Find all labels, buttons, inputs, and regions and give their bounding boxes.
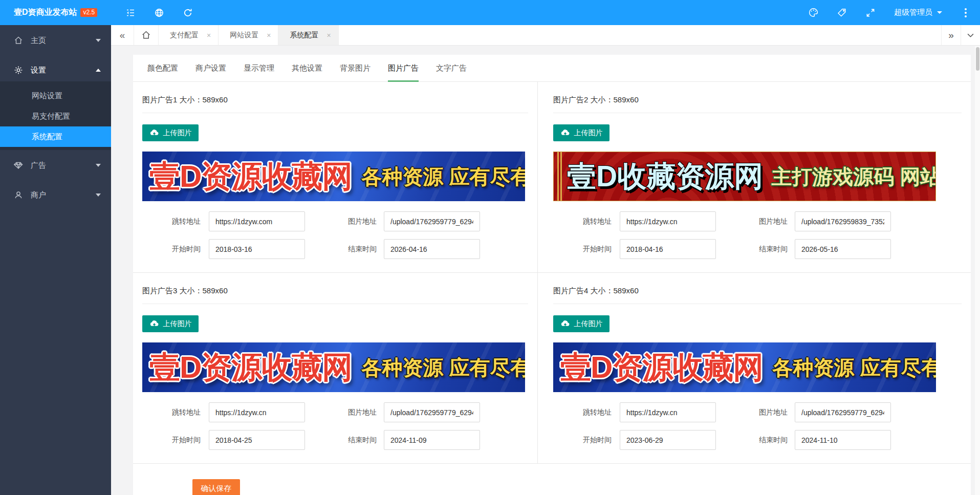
cloud-upload-icon: [149, 128, 159, 138]
jump-url-label: 跳转地址: [553, 217, 612, 226]
sidebar-item-label: 广告: [31, 161, 46, 170]
ad2-upload-button[interactable]: 上传图片: [553, 124, 609, 141]
ad1-banner-image: 壹D资源收藏网 各种资源 应有尽有: [142, 152, 525, 201]
tabs-menu-icon[interactable]: [961, 25, 980, 45]
tab-label: 系统配置: [290, 31, 318, 40]
ad2-start-time-input[interactable]: [620, 239, 716, 259]
ad1-upload-button[interactable]: 上传图片: [142, 124, 199, 141]
ad3-jump-url-input[interactable]: [209, 402, 305, 422]
subitem-label: 易支付配置: [32, 112, 70, 121]
tab-image-ads[interactable]: 图片广告: [379, 55, 427, 81]
ad3-end-time-input[interactable]: [384, 430, 480, 450]
sidebar-item-home[interactable]: 主页: [0, 29, 111, 52]
ad3-start-time-input[interactable]: [209, 430, 305, 450]
user-icon: [13, 190, 24, 200]
app-logo: 壹D资商业发布站 v2.5: [0, 0, 111, 25]
tab-merchant-settings[interactable]: 商户设置: [187, 55, 235, 81]
fullscreen-icon[interactable]: [856, 0, 885, 25]
sidebar-item-merchants[interactable]: 商户: [0, 184, 111, 206]
upload-label: 上传图片: [163, 319, 192, 329]
tab-site-settings[interactable]: 网站设置 ×: [219, 25, 278, 45]
tab-background-images[interactable]: 背景图片: [331, 55, 379, 81]
ad4-image-url-input[interactable]: [795, 402, 891, 422]
sidebar-subitem-system-config[interactable]: 系统配置: [0, 126, 111, 147]
end-time-label: 结束时间: [753, 245, 788, 254]
theme-palette-icon[interactable]: [799, 0, 827, 25]
more-vertical-icon[interactable]: [951, 8, 980, 17]
ad1-image-url-input[interactable]: [384, 211, 480, 231]
upload-label: 上传图片: [574, 128, 603, 138]
tab-color-config[interactable]: 颜色配置: [139, 55, 187, 81]
banner-main-text: 壹D资源收藏网: [149, 352, 352, 383]
tag-icon[interactable]: [827, 0, 856, 25]
user-name: 超级管理员: [894, 8, 932, 17]
tab-other-settings[interactable]: 其他设置: [283, 55, 331, 81]
ad-cell-1: 图片广告1 大小：589x60 上传图片 壹D资源收藏网 各种资源 应有尽有 跳…: [133, 82, 537, 273]
sidebar: 壹D资商业发布站 v2.5 主页 设置 网站设置: [0, 0, 111, 495]
vertical-scrollbar[interactable]: [975, 46, 980, 495]
ad4-fields: 跳转地址 图片地址 开始时间: [553, 402, 962, 450]
close-icon[interactable]: ×: [267, 31, 271, 39]
banner-main-text: 壹D收藏资源网: [567, 162, 763, 191]
scrollbar-thumb[interactable]: [976, 47, 979, 71]
ad2-end-time-input[interactable]: [795, 239, 891, 259]
tab-text-ads[interactable]: 文字广告: [427, 55, 475, 81]
chevron-up-icon: [96, 69, 101, 72]
user-menu[interactable]: 超级管理员: [885, 0, 951, 25]
open-tabs-bar: « 支付配置 × 网站设置 × 系统配置 × »: [111, 25, 980, 46]
sidebar-menu: 主页 设置 网站设置 易支付配置 系统配置: [0, 25, 111, 206]
topbar-left-icons: [116, 0, 202, 25]
ad4-banner-image: 壹D资源收藏网 各种资源 应有尽有: [553, 342, 936, 392]
cloud-upload-icon: [560, 128, 570, 138]
panel-tabs: 颜色配置 商户设置 显示管理 其他设置 背景图片 图片广告 文字广告: [133, 55, 971, 82]
tab-label: 支付配置: [170, 31, 199, 40]
topbar: 超级管理员: [111, 0, 980, 25]
sidebar-item-ads[interactable]: 广告: [0, 154, 111, 177]
upload-label: 上传图片: [163, 128, 192, 138]
globe-icon[interactable]: [145, 0, 173, 25]
diamond-icon: [13, 160, 24, 170]
ad3-fields: 跳转地址 图片地址 开始时间: [142, 402, 528, 450]
ad2-title: 图片广告2 大小：589x60: [553, 82, 962, 113]
ad1-jump-url-input[interactable]: [209, 211, 305, 231]
ad4-upload-button[interactable]: 上传图片: [553, 315, 609, 332]
tab-label: 网站设置: [230, 31, 258, 40]
version-badge: v2.5: [80, 8, 97, 17]
collapse-sidebar-icon[interactable]: [116, 0, 145, 25]
ad4-end-time-input[interactable]: [795, 430, 891, 450]
tab-display-management[interactable]: 显示管理: [235, 55, 283, 81]
ad3-title: 图片广告3 大小：589x60: [142, 273, 528, 304]
ad1-title: 图片广告1 大小：589x60: [142, 82, 528, 113]
banner-main-text: 壹D资源收藏网: [149, 161, 352, 192]
content-card: 颜色配置 商户设置 显示管理 其他设置 背景图片 图片广告 文字广告 图片广告1…: [133, 55, 971, 495]
sidebar-item-settings[interactable]: 设置: [0, 59, 111, 81]
jump-url-label: 跳转地址: [142, 217, 201, 226]
confirm-save-button[interactable]: 确认保存: [192, 479, 240, 495]
close-icon[interactable]: ×: [326, 31, 331, 39]
ad3-upload-button[interactable]: 上传图片: [142, 315, 199, 332]
scroll-tabs-left-icon[interactable]: «: [111, 25, 134, 45]
sidebar-subitem-epay-config[interactable]: 易支付配置: [0, 106, 111, 126]
ad2-jump-url-input[interactable]: [620, 211, 716, 231]
ad1-end-time-input[interactable]: [384, 239, 480, 259]
scroll-tabs-right-icon[interactable]: »: [941, 25, 961, 45]
jump-url-label: 跳转地址: [553, 408, 612, 417]
image-url-label: 图片地址: [342, 408, 377, 417]
tab-system-config[interactable]: 系统配置 ×: [278, 25, 338, 45]
home-tab-icon[interactable]: [134, 25, 159, 45]
ad2-banner-image: 壹D收藏资源网 主打游戏源码 网站源码: [553, 152, 936, 201]
ad3-image-url-input[interactable]: [384, 402, 480, 422]
banner-sub-text: 各种资源 应有尽有: [772, 357, 936, 378]
sidebar-subitem-site-settings[interactable]: 网站设置: [0, 85, 111, 106]
refresh-icon[interactable]: [173, 0, 202, 25]
banner-sub-text: 各种资源 应有尽有: [361, 166, 525, 187]
ad3-banner-image: 壹D资源收藏网 各种资源 应有尽有: [142, 342, 525, 392]
ad1-start-time-input[interactable]: [209, 239, 305, 259]
ad4-start-time-input[interactable]: [620, 430, 716, 450]
chevron-down-icon: [96, 164, 101, 167]
ad4-jump-url-input[interactable]: [620, 402, 716, 422]
sidebar-item-label: 商户: [31, 190, 46, 200]
close-icon[interactable]: ×: [207, 31, 211, 39]
ad2-image-url-input[interactable]: [795, 211, 891, 231]
tab-payment-config[interactable]: 支付配置 ×: [159, 25, 219, 45]
